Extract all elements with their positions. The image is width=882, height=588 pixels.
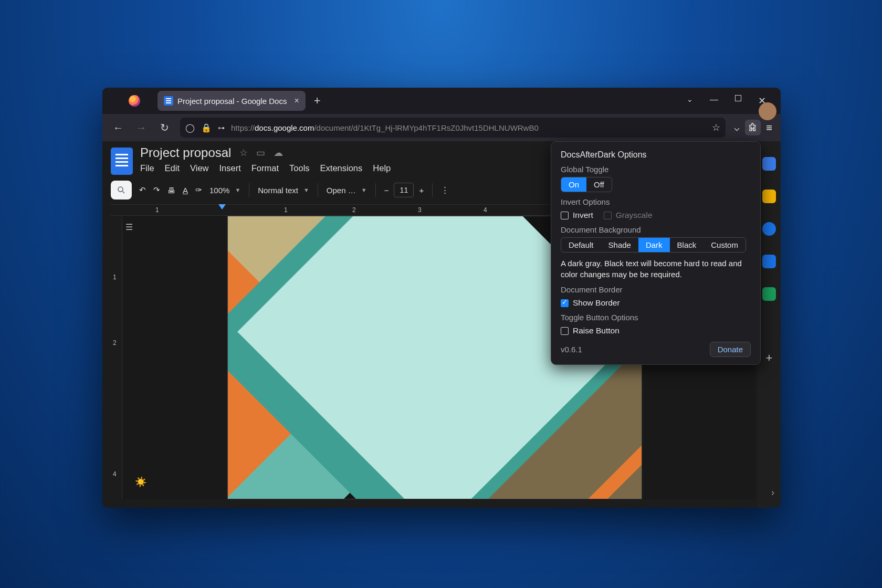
- url-box[interactable]: ◯ 🔒 ⊶ https://docs.google.com/document/d…: [180, 118, 726, 138]
- bookmark-star-icon[interactable]: ☆: [712, 122, 720, 133]
- version-label: v0.6.1: [561, 345, 582, 354]
- undo-button[interactable]: ↶: [139, 185, 146, 195]
- show-border-row[interactable]: Show Border: [561, 298, 751, 308]
- maximize-button[interactable]: [735, 95, 741, 101]
- shield-icon[interactable]: ◯: [185, 123, 195, 133]
- print-button[interactable]: 🖶: [167, 186, 175, 195]
- redo-button[interactable]: ↷: [153, 185, 160, 195]
- keep-icon[interactable]: [762, 190, 776, 203]
- donate-button[interactable]: Donate: [710, 342, 751, 357]
- contacts-icon[interactable]: [762, 255, 776, 268]
- bg-option-shade[interactable]: Shade: [601, 238, 638, 252]
- menubar: File Edit View Insert Format Tools Exten…: [140, 163, 391, 173]
- document-title-row: Project proposal ☆ ▭ ☁: [140, 145, 391, 160]
- paint-format-button[interactable]: ✑: [195, 185, 202, 195]
- docsafterdark-popup: DocsAfterDark Options Global Toggle On O…: [551, 141, 761, 365]
- raise-button-row[interactable]: Raise Button: [561, 326, 751, 335]
- tab-title: Project proposal - Google Docs: [177, 97, 287, 106]
- document-border-label: Document Border: [561, 285, 751, 294]
- docs-favicon-icon: [164, 96, 173, 106]
- move-doc-icon[interactable]: ▭: [256, 147, 265, 159]
- grayscale-checkbox-row: Grayscale: [604, 211, 653, 220]
- zoom-select[interactable]: 100%▼: [209, 186, 240, 195]
- bg-option-black[interactable]: Black: [670, 238, 704, 252]
- browser-window: Project proposal - Google Docs × + ⌄ — ✕…: [102, 88, 781, 508]
- docs-logo-icon[interactable]: [111, 148, 133, 175]
- nav-back-button[interactable]: ←: [111, 122, 125, 134]
- font-size-input[interactable]: [394, 183, 414, 197]
- bg-option-default[interactable]: Default: [561, 238, 601, 252]
- browser-tab[interactable]: Project proposal - Google Docs ×: [158, 91, 306, 111]
- grayscale-checkbox: [604, 212, 612, 219]
- explore-button[interactable]: ☀️: [135, 476, 146, 488]
- document-title[interactable]: Project proposal: [140, 145, 231, 160]
- calendar-icon[interactable]: [762, 157, 776, 171]
- get-addons-button[interactable]: +: [766, 351, 773, 365]
- paragraph-style-select[interactable]: Normal text▼: [258, 186, 309, 195]
- svg-line-1: [122, 191, 124, 193]
- global-toggle-label: Global Toggle: [561, 165, 751, 174]
- star-doc-icon[interactable]: ☆: [239, 147, 248, 159]
- menu-extensions[interactable]: Extensions: [320, 163, 363, 173]
- firefox-icon: [129, 95, 140, 107]
- bg-option-custom[interactable]: Custom: [704, 238, 746, 252]
- menu-edit[interactable]: Edit: [165, 163, 180, 173]
- indent-marker-icon[interactable]: [218, 204, 226, 209]
- show-border-checkbox[interactable]: [561, 299, 569, 307]
- side-panel: +: [758, 141, 781, 508]
- menu-view[interactable]: View: [190, 163, 208, 173]
- reload-button[interactable]: ↻: [157, 121, 172, 134]
- document-outline-icon[interactable]: ☰: [125, 222, 133, 232]
- pocket-icon[interactable]: ⌵: [734, 122, 740, 133]
- titlebar: Project proposal - Google Docs × + ⌄ — ✕: [102, 88, 781, 114]
- extensions-button[interactable]: [745, 120, 761, 135]
- popup-title: DocsAfterDark Options: [561, 150, 751, 160]
- svg-point-0: [118, 187, 123, 192]
- tab-close-icon[interactable]: ×: [294, 96, 299, 106]
- font-size-control: − +: [384, 183, 424, 197]
- menu-format[interactable]: Format: [251, 163, 279, 173]
- url-text: https://docs.google.com/document/d/1KtTg…: [231, 123, 539, 132]
- new-tab-button[interactable]: +: [314, 94, 321, 108]
- account-avatar[interactable]: [759, 102, 776, 120]
- global-toggle-off[interactable]: Off: [586, 177, 612, 192]
- invert-checkbox-row[interactable]: Invert: [561, 211, 593, 220]
- background-segment: DefaultShadeDarkBlackCustom: [561, 237, 746, 253]
- invert-options-label: Invert Options: [561, 197, 751, 206]
- spellcheck-button[interactable]: A: [183, 186, 188, 195]
- lock-icon[interactable]: 🔒: [201, 123, 212, 133]
- font-size-increase[interactable]: +: [419, 186, 424, 195]
- hide-side-panel-icon[interactable]: ›: [771, 487, 774, 498]
- menu-tools[interactable]: Tools: [289, 163, 310, 173]
- cloud-status-icon[interactable]: ☁: [274, 147, 283, 159]
- raise-button-checkbox[interactable]: [561, 327, 569, 335]
- permissions-icon[interactable]: ⊶: [218, 124, 225, 132]
- menu-help[interactable]: Help: [373, 163, 391, 173]
- background-description: A dark gray. Black text will become hard…: [561, 258, 751, 280]
- google-docs-app: Project proposal ☆ ▭ ☁ File Edit View In…: [102, 141, 781, 508]
- app-menu-button[interactable]: ≡: [766, 122, 772, 134]
- menu-file[interactable]: File: [140, 163, 154, 173]
- address-bar: ← → ↻ ◯ 🔒 ⊶ https://docs.google.com/docu…: [102, 114, 781, 141]
- tasks-icon[interactable]: [762, 222, 776, 236]
- invert-checkbox[interactable]: [561, 212, 569, 219]
- font-select[interactable]: Open …▼: [327, 186, 367, 195]
- bg-option-dark[interactable]: Dark: [638, 238, 670, 252]
- tabs-list-icon[interactable]: ⌄: [687, 95, 693, 107]
- search-menus-button[interactable]: [111, 181, 132, 200]
- global-toggle-segment: On Off: [561, 177, 612, 192]
- global-toggle-on[interactable]: On: [561, 177, 586, 192]
- maps-icon[interactable]: [762, 287, 776, 301]
- document-background-label: Document Background: [561, 225, 751, 234]
- font-size-decrease[interactable]: −: [384, 186, 389, 195]
- vertical-ruler[interactable]: 1 2 4: [111, 216, 122, 499]
- toolbar-overflow-icon[interactable]: ⋮: [441, 185, 449, 195]
- menu-insert[interactable]: Insert: [219, 163, 241, 173]
- nav-forward-button[interactable]: →: [134, 122, 149, 134]
- minimize-button[interactable]: —: [710, 95, 718, 107]
- toggle-button-options-label: Toggle Button Options: [561, 313, 751, 322]
